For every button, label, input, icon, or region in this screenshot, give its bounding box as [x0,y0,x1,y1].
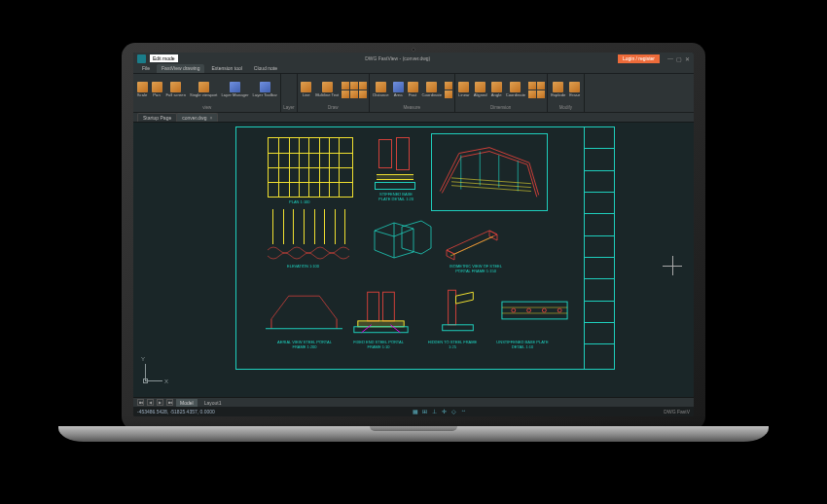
dim-coordinate-button[interactable]: Coordinate [504,82,527,97]
menu-file[interactable]: File [137,64,155,73]
layout1-tab[interactable]: Layout1 [200,399,226,407]
tab-close-icon[interactable]: × [209,115,212,121]
elevation-caption: ELEVATION 1:100 [287,264,319,269]
draw-small-icon[interactable] [342,90,349,98]
det2-caption: FIXED END STEEL PORTAL FRAME 1:10 [351,340,406,349]
snap-icon[interactable]: ▦ [412,408,419,415]
measure-small-icon[interactable] [445,82,452,90]
svg-marker-8 [402,221,431,254]
tab-startup-page[interactable]: Startup Page [137,113,177,122]
drawing-sheet: PLAN 1:100 STIFFENED BASE PLATE DETAIL 1… [235,126,615,370]
dim-small-icon[interactable] [528,82,536,90]
svg-rect-16 [368,292,379,321]
det4-caption: UNSTIFFENED BASE PLATE DETAIL 1:10 [495,340,550,349]
svg-rect-18 [358,321,404,327]
erase-button[interactable]: Erase [568,82,582,97]
scale-button[interactable]: Scale [135,82,149,97]
model-tab[interactable]: Model [176,399,198,407]
svg-point-30 [542,308,546,312]
edit-mode-input[interactable]: Edit mode [150,54,178,62]
menu-cloud-note[interactable]: Cloud note [249,64,282,73]
window-title: DWG FastView - (conver.dwg) [182,55,614,61]
explode-button[interactable]: Explode [550,82,567,97]
measure-small-icon[interactable] [445,90,452,98]
svg-point-31 [557,308,561,312]
laptop-camera [412,48,415,52]
layer-small-icon[interactable] [283,90,291,98]
pan-button[interactable]: Pan [150,82,163,97]
maximize-icon[interactable]: ▢ [676,55,682,62]
ortho-icon[interactable]: ⊥ [431,408,439,415]
close-icon[interactable]: ✕ [685,55,690,62]
polar-icon[interactable]: ✛ [441,408,449,415]
dim-small-icon[interactable] [528,90,536,98]
tab-conver-dwg[interactable]: conver.dwg× [176,113,218,122]
brand-label: DWG FastV [664,409,690,414]
plan-caption: PLAN 1:100 [289,199,310,204]
ribbon-group-modify: Modify [550,104,582,111]
beam-iso [443,223,507,264]
detail-row [266,281,573,340]
svg-rect-22 [449,290,456,325]
nav-prev-icon[interactable]: ◀ [147,399,154,406]
layer-toolbar-button[interactable]: Layer Toolbar [251,82,278,97]
layer-manager-button[interactable]: Layer Manager [220,82,250,97]
coordinates-readout: -453486.5428, -51825.4357, 0.0000 [137,409,215,414]
ribbon: Scale Pan Full screen Single viewport La… [133,74,694,113]
draw-small-icon[interactable] [359,90,367,98]
ribbon-group-layer: Layer [283,104,294,111]
dim-small-icon[interactable] [537,90,545,98]
track-icon[interactable]: ↔ [460,408,468,415]
svg-marker-23 [456,292,474,304]
app-screen: Edit mode DWG FastView - (conver.dwg) Lo… [133,53,694,416]
multiline-text-button[interactable]: Multiline Text [314,82,341,97]
plan-grid [268,137,353,198]
draw-small-icon[interactable] [350,90,358,98]
draw-small-icon[interactable] [359,82,367,90]
status-tools: ▦ ⊞ ⊥ ✛ ◇ ↔ [412,408,468,415]
ribbon-group-draw: Draw [300,104,367,111]
nav-first-icon[interactable]: ⏮ [137,399,144,406]
draw-small-icon[interactable] [350,82,358,90]
svg-point-29 [527,308,531,312]
login-register-button[interactable]: Login / register [618,54,660,63]
menu-fastview-drawing[interactable]: FastView drawing [157,64,204,73]
isometric-view [431,133,548,211]
line-button[interactable]: Line [300,82,313,97]
full-screen-button[interactable]: Full screen [164,82,187,97]
fast-button[interactable]: Fast [406,82,419,97]
distance-button[interactable]: Distance [372,82,390,97]
layer-small-icon[interactable] [283,82,291,90]
title-block [584,127,614,369]
single-viewport-button[interactable]: Single viewport [188,82,218,97]
baseplate-caption: STIFFENED BASE PLATE DETAIL 1:20 [375,192,417,201]
ribbon-group-view: view [135,104,278,111]
title-bar: Edit mode DWG FastView - (conver.dwg) Lo… [133,53,694,64]
document-tabs: Startup Page conver.dwg× [133,113,694,123]
box-3d [369,217,433,262]
iso-caption: ISOMETRIC VIEW OF STEEL PORTAL FRAME 1:1… [447,264,505,273]
ribbon-group-dimension: Dimension [457,104,545,111]
drawing-canvas[interactable]: PLAN 1:100 STIFFENED BASE PLATE DETAIL 1… [133,123,694,397]
laptop-base [58,426,769,442]
area-button[interactable]: Area [391,82,405,97]
aligned-button[interactable]: Aligned [472,82,488,97]
svg-point-28 [512,308,516,312]
grid-icon[interactable]: ⊞ [421,408,429,415]
det3-caption: HIDDEN TO STEEL FRAME 1:25 [425,340,480,349]
coordinate-button[interactable]: Coordinate [420,82,444,97]
dim-small-icon[interactable] [537,82,545,90]
linear-button[interactable]: Linear [457,82,472,97]
angle-button[interactable]: Angle [489,82,503,97]
draw-small-icon[interactable] [342,82,349,90]
ribbon-group-measure: Measure [372,104,452,111]
menu-extension-tool[interactable]: Extension tool [206,64,246,73]
nav-last-icon[interactable]: ⏭ [166,399,173,406]
minimize-icon[interactable]: — [667,55,673,62]
nav-next-icon[interactable]: ▶ [157,399,163,406]
menu-bar: File FastView drawing Extension tool Clo… [133,64,694,74]
baseplate-detail [373,135,417,190]
app-logo-icon [137,54,146,63]
osnap-icon[interactable]: ◇ [450,408,458,415]
status-bar: -453486.5428, -51825.4357, 0.0000 ▦ ⊞ ⊥ … [133,407,694,416]
